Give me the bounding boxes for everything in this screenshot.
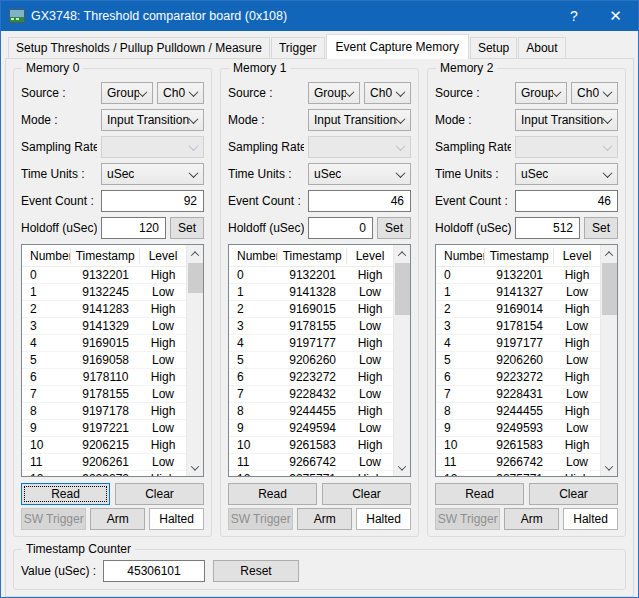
table-row[interactable]: 19141327Low bbox=[436, 284, 600, 301]
tab-setup-thresholds[interactable]: Setup Thresholds / Pullup Pulldown / Mea… bbox=[8, 37, 270, 58]
table-row[interactable]: 49197177High bbox=[229, 335, 393, 352]
table-row[interactable]: 09132201High bbox=[229, 267, 393, 284]
source-channel-dropdown[interactable]: Ch0 bbox=[157, 82, 204, 104]
column-header-number[interactable]: Number bbox=[436, 248, 485, 264]
table-row[interactable]: 29169014High bbox=[436, 301, 600, 318]
table-row[interactable]: 79228432Low bbox=[229, 386, 393, 403]
column-header-level[interactable]: Level bbox=[140, 249, 186, 263]
arm-button[interactable]: Arm bbox=[297, 508, 352, 530]
column-header-number[interactable]: Number bbox=[229, 248, 278, 264]
timestamp-value-field[interactable]: 45306101 bbox=[103, 560, 205, 582]
clear-button[interactable]: Clear bbox=[115, 483, 204, 505]
table-row[interactable]: 119266742Low bbox=[436, 454, 600, 471]
table-row[interactable]: 39178155Low bbox=[229, 318, 393, 335]
table-row[interactable]: 79178155Low bbox=[22, 386, 186, 403]
arm-button[interactable]: Arm bbox=[504, 508, 559, 530]
source-channel-dropdown[interactable]: Ch0 bbox=[364, 82, 411, 104]
scroll-up-icon[interactable] bbox=[187, 245, 203, 262]
table-row[interactable]: 59206260Low bbox=[436, 352, 600, 369]
arm-button[interactable]: Arm bbox=[90, 508, 145, 530]
table-row[interactable]: 99249593Low bbox=[436, 420, 600, 437]
event-table-header[interactable]: Number Timestamp Level bbox=[229, 245, 393, 267]
table-row[interactable]: 109261583High bbox=[436, 437, 600, 454]
read-button[interactable]: Read bbox=[228, 483, 317, 505]
help-titlebar-button[interactable]: ? bbox=[555, 1, 593, 31]
table-row[interactable]: 89244455High bbox=[229, 403, 393, 420]
event-table-header[interactable]: Number Timestamp Level bbox=[436, 245, 600, 267]
memory-panels: Memory 0 Source : Group0 Ch0 Mo bbox=[13, 68, 626, 537]
column-header-number[interactable]: Number bbox=[22, 248, 71, 264]
table-row[interactable]: 119266742Low bbox=[229, 454, 393, 471]
source-group-dropdown[interactable]: Group2 bbox=[515, 82, 567, 104]
tab-event-capture-memory[interactable]: Event Capture Memory bbox=[326, 34, 469, 59]
timestamp-reset-button[interactable]: Reset bbox=[213, 560, 299, 582]
table-row[interactable]: 19132245Low bbox=[22, 284, 186, 301]
table-row[interactable]: 29169015High bbox=[229, 301, 393, 318]
mode-dropdown[interactable]: Input Transitions bbox=[515, 109, 618, 131]
table-row[interactable]: 79228431Low bbox=[436, 386, 600, 403]
source-group-dropdown[interactable]: Group1 bbox=[308, 82, 360, 104]
scroll-down-icon[interactable] bbox=[394, 459, 410, 476]
table-row[interactable]: 09132201High bbox=[436, 267, 600, 284]
set-holdoff-button[interactable]: Set bbox=[170, 217, 204, 239]
table-row[interactable]: 129275771High bbox=[229, 471, 393, 477]
column-header-level[interactable]: Level bbox=[347, 249, 393, 263]
table-row[interactable]: 119206261Low bbox=[22, 454, 186, 471]
scroll-down-icon[interactable] bbox=[187, 459, 203, 476]
read-button[interactable]: Read bbox=[21, 483, 110, 505]
table-row[interactable]: 49169015High bbox=[22, 335, 186, 352]
time-units-dropdown[interactable]: uSec bbox=[308, 163, 411, 185]
column-header-timestamp[interactable]: Timestamp bbox=[71, 248, 140, 264]
table-row[interactable]: 69223272High bbox=[436, 369, 600, 386]
holdoff-field[interactable]: 512 bbox=[515, 217, 580, 239]
scroll-up-icon[interactable] bbox=[394, 245, 410, 262]
source-channel-dropdown[interactable]: Ch0 bbox=[571, 82, 618, 104]
time-units-dropdown[interactable]: uSec bbox=[101, 163, 204, 185]
table-row[interactable]: 109261583High bbox=[229, 437, 393, 454]
set-holdoff-button[interactable]: Set bbox=[377, 217, 411, 239]
scrollbar-thumb[interactable] bbox=[188, 263, 203, 293]
scrollbar-thumb[interactable] bbox=[395, 263, 410, 315]
table-row[interactable]: 39178154Low bbox=[436, 318, 600, 335]
holdoff-field[interactable]: 0 bbox=[308, 217, 373, 239]
mode-dropdown[interactable]: Input Transitions bbox=[101, 109, 204, 131]
holdoff-field[interactable]: 120 bbox=[101, 217, 166, 239]
table-row[interactable]: 89244455High bbox=[436, 403, 600, 420]
table-row[interactable]: 69178110High bbox=[22, 369, 186, 386]
tab-setup[interactable]: Setup bbox=[470, 37, 517, 58]
scroll-down-icon[interactable] bbox=[601, 459, 617, 476]
table-row[interactable]: 29141283High bbox=[22, 301, 186, 318]
read-button[interactable]: Read bbox=[435, 483, 524, 505]
source-group-dropdown[interactable]: Group0 bbox=[101, 82, 153, 104]
set-holdoff-button[interactable]: Set bbox=[584, 217, 618, 239]
vertical-scrollbar[interactable] bbox=[186, 245, 203, 476]
clear-button[interactable]: Clear bbox=[529, 483, 618, 505]
table-row[interactable]: 19141328Low bbox=[229, 284, 393, 301]
table-row[interactable]: 69223272High bbox=[229, 369, 393, 386]
tab-about[interactable]: About bbox=[518, 37, 565, 58]
table-row[interactable]: 89197178High bbox=[22, 403, 186, 420]
table-row[interactable]: 59206260Low bbox=[229, 352, 393, 369]
table-row[interactable]: 129223272High bbox=[22, 471, 186, 477]
scrollbar-thumb[interactable] bbox=[602, 263, 617, 315]
tab-trigger[interactable]: Trigger bbox=[271, 37, 325, 58]
time-units-dropdown[interactable]: uSec bbox=[515, 163, 618, 185]
table-row[interactable]: 09132201High bbox=[22, 267, 186, 284]
column-header-level[interactable]: Level bbox=[554, 249, 600, 263]
mode-dropdown[interactable]: Input Transitions bbox=[308, 109, 411, 131]
close-titlebar-button[interactable]: ✕ bbox=[593, 1, 638, 31]
table-row[interactable]: 49197177High bbox=[436, 335, 600, 352]
table-row[interactable]: 59169058Low bbox=[22, 352, 186, 369]
table-row[interactable]: 99249594Low bbox=[229, 420, 393, 437]
table-row[interactable]: 129275771High bbox=[436, 471, 600, 477]
scroll-up-icon[interactable] bbox=[601, 245, 617, 262]
column-header-timestamp[interactable]: Timestamp bbox=[485, 248, 554, 264]
vertical-scrollbar[interactable] bbox=[393, 245, 410, 476]
clear-button[interactable]: Clear bbox=[322, 483, 411, 505]
event-table-header[interactable]: Number Timestamp Level bbox=[22, 245, 186, 267]
column-header-timestamp[interactable]: Timestamp bbox=[278, 248, 347, 264]
table-row[interactable]: 99197221Low bbox=[22, 420, 186, 437]
vertical-scrollbar[interactable] bbox=[600, 245, 617, 476]
table-row[interactable]: 39141329Low bbox=[22, 318, 186, 335]
table-row[interactable]: 109206215High bbox=[22, 437, 186, 454]
